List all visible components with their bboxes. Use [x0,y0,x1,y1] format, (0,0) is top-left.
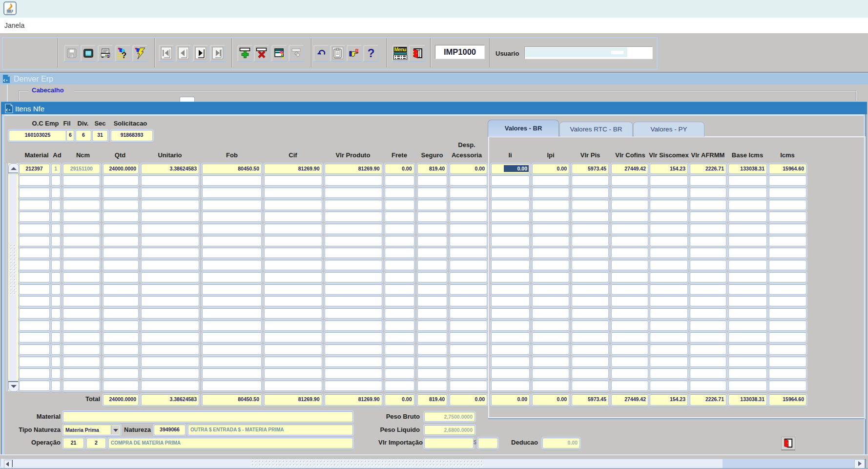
svg-text:Menu: Menu [394,47,406,53]
svg-text:?: ? [368,47,375,59]
svg-text:?: ? [122,51,126,60]
svg-text:8: 8 [355,47,359,55]
